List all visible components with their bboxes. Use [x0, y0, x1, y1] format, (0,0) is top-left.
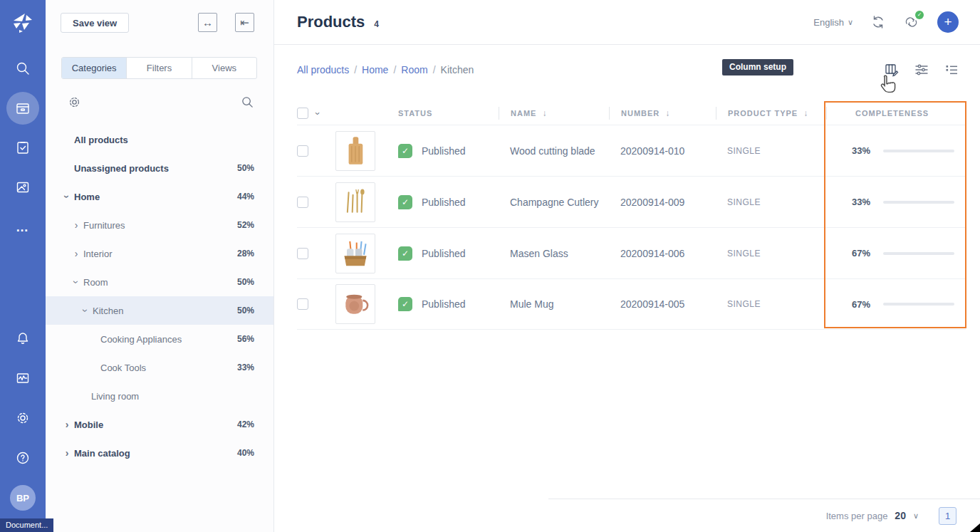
select-all-checkbox[interactable]	[297, 108, 308, 119]
row-checkbox[interactable]	[297, 248, 308, 259]
chevron-right-icon[interactable]	[60, 447, 74, 459]
sidebar-item-search[interactable]	[0, 50, 46, 87]
breadcrumb-kitchen: Kitchen	[441, 64, 474, 75]
chevron-right-icon[interactable]	[69, 248, 83, 259]
sidebar-item-products[interactable]	[0, 90, 46, 127]
sidebar-item-more[interactable]: …	[0, 209, 46, 246]
refresh-button[interactable]	[870, 14, 886, 30]
activity-monitor-icon	[15, 370, 31, 386]
completeness-value: 67%	[846, 248, 870, 259]
add-product-button[interactable]: +	[937, 11, 959, 33]
sidebar-item-help[interactable]	[0, 439, 46, 476]
tab-filters[interactable]: Filters	[127, 58, 192, 78]
cutting-board-image	[338, 134, 372, 168]
completeness-value: 67%	[846, 299, 870, 310]
list-view-button[interactable]	[944, 63, 959, 77]
product-number: 20200914-006	[609, 248, 716, 259]
sort-desc-icon: ↓	[803, 108, 808, 118]
panel-tabs: Categories Filters Views	[61, 57, 257, 79]
tree-item-kitchen[interactable]: Kitchen 50%	[46, 296, 273, 325]
save-view-button[interactable]: Save view	[61, 13, 129, 33]
sidebar-item-media[interactable]	[0, 169, 46, 206]
product-number: 20200914-010	[609, 145, 716, 157]
selection-dropdown-icon[interactable]: ›	[313, 112, 323, 115]
row-checkbox[interactable]	[297, 145, 308, 157]
panel-expand-button[interactable]: ↔	[198, 13, 217, 32]
product-name[interactable]: Wood cutting blade	[499, 145, 609, 157]
tree-item-all-products[interactable]: All products	[46, 125, 273, 154]
breadcrumb-room[interactable]: Room	[401, 64, 427, 75]
chevron-down-icon[interactable]	[78, 305, 93, 316]
tree-item-unassigned-products[interactable]: Unassigned products 50%	[46, 154, 273, 182]
table-row[interactable]: ✓ Published Wood cutting blade 20200914-…	[297, 125, 966, 176]
check-icon: ✓	[402, 197, 409, 207]
column-setup-button[interactable]	[885, 63, 899, 77]
table-row[interactable]: ✓ Published Champagne Cutlery 20200914-0…	[297, 176, 966, 227]
panel-collapse-button[interactable]: ⇤	[235, 13, 254, 32]
row-checkbox[interactable]	[297, 298, 308, 310]
tree-settings-gear-icon[interactable]	[68, 95, 81, 109]
gear-icon	[15, 410, 31, 426]
sync-status-button[interactable]: ✓	[903, 14, 920, 30]
table-row[interactable]: ✓ Published Masen Glass 20200914-006 SIN…	[297, 227, 966, 278]
logo-icon	[11, 11, 35, 35]
completeness-bar	[883, 150, 954, 152]
tree-search-icon[interactable]	[241, 95, 254, 109]
items-per-page-select[interactable]: 20	[895, 510, 906, 521]
tree-item-living-room[interactable]: Living room	[46, 382, 273, 410]
chevron-right-icon[interactable]	[60, 419, 74, 430]
check-icon: ✓	[402, 146, 409, 156]
product-name[interactable]: Champagne Cutlery	[499, 197, 609, 208]
image-icon	[15, 179, 31, 195]
chevron-down-icon[interactable]: ∨	[913, 511, 919, 521]
locale-selector[interactable]: English ∨	[813, 17, 853, 28]
tree-item-mobile[interactable]: Mobile 42%	[46, 410, 273, 439]
tree-item-home[interactable]: Home 44%	[46, 182, 273, 211]
sidebar-item-settings[interactable]	[0, 400, 46, 437]
chevron-down-icon[interactable]	[69, 276, 83, 288]
sidebar-item-activity[interactable]	[0, 360, 46, 397]
user-avatar[interactable]: BP	[10, 485, 36, 511]
table-row[interactable]: ✓ Published Mule Mug 20200914-005 SINGLE…	[297, 278, 966, 330]
bell-icon	[15, 330, 31, 346]
product-type: SINGLE	[716, 299, 826, 309]
column-header-number[interactable]: NUMBER↓	[609, 107, 716, 120]
column-header-product-type[interactable]: PRODUCT TYPE↓	[716, 107, 826, 120]
app-sidebar: … BP	[0, 0, 46, 532]
more-icon: …	[16, 220, 30, 235]
column-header-status[interactable]: STATUS	[387, 107, 499, 120]
tree-item-room[interactable]: Room 50%	[46, 268, 273, 296]
sidebar-item-tasks[interactable]	[0, 129, 46, 166]
row-checkbox[interactable]	[297, 197, 308, 208]
product-number: 20200914-005	[609, 298, 716, 310]
product-name[interactable]: Mule Mug	[499, 298, 609, 310]
tree-item-interior[interactable]: Interior 28%	[46, 239, 273, 268]
breadcrumb-home[interactable]: Home	[362, 64, 388, 75]
tab-categories[interactable]: Categories	[62, 58, 127, 78]
help-icon	[15, 450, 31, 466]
product-name[interactable]: Masen Glass	[499, 248, 609, 259]
sidebar-item-notifications[interactable]	[0, 320, 46, 357]
column-header-completeness[interactable]: COMPLETENESS	[826, 107, 966, 120]
column-header-name[interactable]: NAME↓	[499, 107, 609, 120]
page-1-button[interactable]: 1	[939, 507, 956, 525]
tab-views[interactable]: Views	[192, 58, 256, 78]
category-tree: All products Unassigned products 50% Hom…	[46, 125, 273, 467]
sync-ok-badge: ✓	[915, 11, 924, 19]
app-logo[interactable]	[0, 0, 46, 46]
left-panel: Save view ↔ ⇤ Categories Filters Views A…	[46, 0, 274, 532]
tree-item-furnitures[interactable]: Furnitures 52%	[46, 211, 273, 239]
breadcrumb-all-products[interactable]: All products	[297, 64, 349, 75]
product-type: SINGLE	[716, 197, 826, 207]
chevron-right-icon[interactable]	[69, 219, 83, 231]
tree-item-main-catalog[interactable]: Main catalog 40%	[46, 439, 273, 467]
grid-view-tools	[885, 63, 959, 77]
chevron-down-icon[interactable]	[60, 191, 74, 202]
items-per-page-label: Items per page	[826, 511, 888, 521]
mason-jars-image	[338, 236, 372, 271]
tree-item-cook-tools[interactable]: Cook Tools 33%	[46, 353, 273, 382]
filter-settings-button[interactable]	[914, 63, 929, 77]
tree-item-cooking-appliances[interactable]: Cooking Appliances 56%	[46, 325, 273, 353]
thumbnail-mule-mug	[335, 284, 375, 324]
copper-mug-image	[338, 287, 372, 321]
